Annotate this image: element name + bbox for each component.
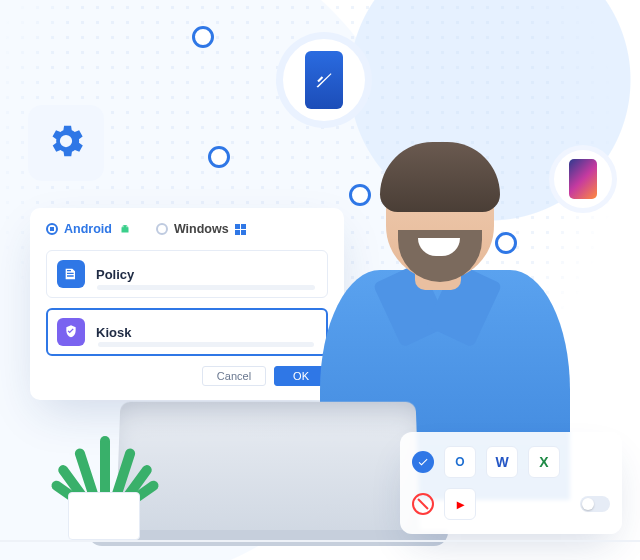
cancel-button[interactable]: Cancel (202, 366, 266, 386)
app-policy-card: O W X ▸ (400, 432, 622, 534)
progress-track (97, 285, 315, 290)
radio-icon (46, 223, 58, 235)
settings-tile (28, 105, 104, 181)
os-tabs: Android Windows (46, 222, 328, 236)
map-node-icon (349, 184, 371, 206)
panel-actions: Cancel OK (46, 366, 328, 386)
marketing-hero: Android Windows Policy Kiosk (0, 0, 640, 560)
map-node-icon (495, 232, 517, 254)
kiosk-icon (57, 318, 85, 346)
row-label: Kiosk (96, 325, 131, 340)
signage-device-icon (305, 51, 343, 109)
row-policy[interactable]: Policy (46, 250, 328, 298)
map-node-icon (192, 26, 214, 48)
gear-icon (45, 120, 87, 166)
allow-icon (412, 451, 434, 473)
blocked-apps-row: ▸ (412, 488, 610, 520)
allowed-apps-row: O W X (412, 446, 610, 478)
app-outlook-icon[interactable]: O (444, 446, 476, 478)
tab-android[interactable]: Android (46, 222, 132, 236)
map-node-icon (208, 146, 230, 168)
desk-line (0, 540, 640, 542)
windows-icon (235, 224, 246, 235)
progress-track (98, 342, 314, 347)
row-kiosk[interactable]: Kiosk (46, 308, 328, 356)
policy-icon (57, 260, 85, 288)
app-word-icon[interactable]: W (486, 446, 518, 478)
app-excel-icon[interactable]: X (528, 446, 560, 478)
ok-button[interactable]: OK (274, 366, 328, 386)
smartphone-bubble (554, 150, 612, 208)
policy-panel: Android Windows Policy Kiosk (30, 208, 344, 400)
tab-label: Android (64, 222, 112, 236)
block-icon (412, 493, 434, 515)
row-label: Policy (96, 267, 134, 282)
app-youtube-icon[interactable]: ▸ (444, 488, 476, 520)
app-toggle[interactable] (580, 496, 610, 512)
tab-label: Windows (174, 222, 229, 236)
tab-windows[interactable]: Windows (156, 222, 246, 236)
digital-signage-bubble (283, 39, 365, 121)
android-icon (118, 222, 132, 236)
smartphone-icon (569, 159, 597, 199)
plant-pot (68, 492, 140, 540)
laptop-illustration (118, 400, 418, 550)
radio-icon (156, 223, 168, 235)
